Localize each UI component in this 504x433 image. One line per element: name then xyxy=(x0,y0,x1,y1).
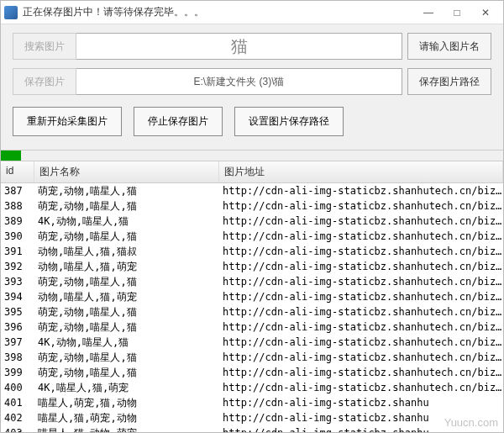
cell-id: 399 xyxy=(1,365,34,380)
save-path-button[interactable]: 保存图片路径 xyxy=(407,68,491,95)
cell-url: http://cdn-ali-img-staticbz.shanhutech.c… xyxy=(219,214,503,229)
cell-id: 403 xyxy=(1,425,34,432)
table-row[interactable]: 395萌宠,动物,喵星人,猫http://cdn-ali-img-staticb… xyxy=(1,304,503,319)
cell-name: 萌宠,动物,喵星人,猫 xyxy=(34,365,219,380)
cell-id: 393 xyxy=(1,274,34,289)
cell-url: http://cdn-ali-img-staticbz.shanhutech.c… xyxy=(219,274,503,289)
cell-url: http://cdn-ali-img-staticbz.shanhutech.c… xyxy=(219,335,503,350)
cell-id: 395 xyxy=(1,304,34,319)
cell-url: http://cdn-ali-img-staticbz.shanhutech.c… xyxy=(219,259,503,274)
cell-name: 动物,喵星人,猫,萌宠 xyxy=(34,289,219,304)
cell-id: 397 xyxy=(1,335,34,350)
window-controls: — □ ✕ xyxy=(414,3,500,22)
col-url[interactable]: 图片地址 xyxy=(219,161,503,182)
cell-url: http://cdn-ali-img-staticbz.shanhu xyxy=(219,425,503,432)
table-header: id 图片名称 图片地址 xyxy=(1,161,503,183)
col-id[interactable]: id xyxy=(1,161,34,182)
cell-name: 喵星人,猫,萌宠,动物 xyxy=(34,410,219,425)
cell-url: http://cdn-ali-img-staticbz.shanhutech.c… xyxy=(219,350,503,365)
cell-name: 4K,动物,喵星人,猫 xyxy=(34,335,219,350)
cell-url: http://cdn-ali-img-staticbz.shanhutech.c… xyxy=(219,244,503,259)
cell-name: 萌宠,动物,喵星人,猫 xyxy=(34,274,219,289)
results-table: id 图片名称 图片地址 387萌宠,动物,喵星人,猫http://cdn-al… xyxy=(1,161,503,432)
stop-save-button[interactable]: 停止保存图片 xyxy=(134,107,223,136)
cell-url: http://cdn-ali-img-staticbz.shanhutech.c… xyxy=(219,289,503,304)
table-row[interactable]: 403喵星人,猫,动物,萌宠http://cdn-ali-img-staticb… xyxy=(1,425,503,432)
minimize-button[interactable]: — xyxy=(414,3,443,22)
cell-name: 萌宠,动物,喵星人,猫 xyxy=(34,319,219,335)
search-image-button[interactable]: 搜索图片 xyxy=(13,33,76,60)
cell-url: http://cdn-ali-img-staticbz.shanhutech.c… xyxy=(219,365,503,380)
table-row[interactable]: 3974K,动物,喵星人,猫http://cdn-ali-img-staticb… xyxy=(1,335,503,350)
cell-id: 396 xyxy=(1,319,34,335)
search-input[interactable]: 猫 xyxy=(76,33,402,60)
restart-collect-button[interactable]: 重新开始采集图片 xyxy=(13,107,122,136)
table-row[interactable]: 3894K,动物,喵星人,猫http://cdn-ali-img-staticb… xyxy=(1,214,503,229)
cell-url: http://cdn-ali-img-staticbz.shanhutech.c… xyxy=(219,229,503,244)
cell-url: http://cdn-ali-img-staticbz.shanhutech.c… xyxy=(219,319,503,335)
save-image-button[interactable]: 保存图片 xyxy=(13,68,76,95)
table-row[interactable]: 396萌宠,动物,喵星人,猫http://cdn-ali-img-staticb… xyxy=(1,319,503,335)
table-row[interactable]: 390萌宠,动物,喵星人,猫http://cdn-ali-img-staticb… xyxy=(1,229,503,244)
cell-url: http://cdn-ali-img-staticbz.shanhutech.c… xyxy=(219,380,503,395)
table-row[interactable]: 399萌宠,动物,喵星人,猫http://cdn-ali-img-staticb… xyxy=(1,365,503,380)
path-input[interactable]: E:\新建文件夹 (3)\猫 xyxy=(76,68,402,95)
cell-id: 394 xyxy=(1,289,34,304)
table-row[interactable]: 387萌宠,动物,喵星人,猫http://cdn-ali-img-staticb… xyxy=(1,183,503,198)
cell-url: http://cdn-ali-img-staticbz.shanhu xyxy=(219,395,503,410)
maximize-button[interactable]: □ xyxy=(443,3,471,22)
cell-id: 392 xyxy=(1,259,34,274)
cell-name: 萌宠,动物,喵星人,猫 xyxy=(34,304,219,319)
cell-id: 388 xyxy=(1,198,34,214)
cell-name: 萌宠,动物,喵星人,猫 xyxy=(34,183,219,198)
toolbar: 搜索图片 猫 请输入图片名 保存图片 E:\新建文件夹 (3)\猫 保存图片路径… xyxy=(1,24,503,150)
cell-id: 390 xyxy=(1,229,34,244)
set-save-path-button[interactable]: 设置图片保存路径 xyxy=(234,107,344,136)
table-row[interactable]: 392动物,喵星人,猫,萌宠http://cdn-ali-img-staticb… xyxy=(1,259,503,274)
table-row[interactable]: 402喵星人,猫,萌宠,动物http://cdn-ali-img-staticb… xyxy=(1,410,503,425)
progress-fill xyxy=(1,150,21,161)
table-body[interactable]: 387萌宠,动物,喵星人,猫http://cdn-ali-img-staticb… xyxy=(1,183,503,432)
input-name-button[interactable]: 请输入图片名 xyxy=(407,33,491,60)
cell-url: http://cdn-ali-img-staticbz.shanhu xyxy=(219,410,503,425)
cell-id: 398 xyxy=(1,350,34,365)
cell-name: 萌宠,动物,喵星人,猫 xyxy=(34,350,219,365)
cell-id: 400 xyxy=(1,380,34,395)
cell-name: 动物,喵星人,猫,猫叔 xyxy=(34,244,219,259)
cell-name: 4K,喵星人,猫,萌宠 xyxy=(34,380,219,395)
table-row[interactable]: 391动物,喵星人,猫,猫叔http://cdn-ali-img-staticb… xyxy=(1,244,503,259)
cell-id: 401 xyxy=(1,395,34,410)
progress-bar xyxy=(1,150,503,161)
table-row[interactable]: 401喵星人,萌宠,猫,动物http://cdn-ali-img-staticb… xyxy=(1,395,503,410)
table-row[interactable]: 4004K,喵星人,猫,萌宠http://cdn-ali-img-staticb… xyxy=(1,380,503,395)
cell-id: 402 xyxy=(1,410,34,425)
cell-name: 喵星人,萌宠,猫,动物 xyxy=(34,395,219,410)
cell-name: 喵星人,猫,动物,萌宠 xyxy=(34,425,219,432)
col-name[interactable]: 图片名称 xyxy=(34,161,219,182)
app-window: 正在保存图片中！请等待保存完毕。。。 — □ ✕ 搜索图片 猫 请输入图片名 保… xyxy=(0,0,504,433)
cell-id: 391 xyxy=(1,244,34,259)
cell-name: 动物,喵星人,猫,萌宠 xyxy=(34,259,219,274)
close-button[interactable]: ✕ xyxy=(471,3,500,22)
cell-name: 萌宠,动物,喵星人,猫 xyxy=(34,229,219,244)
cell-url: http://cdn-ali-img-staticbz.shanhutech.c… xyxy=(219,304,503,319)
table-row[interactable]: 394动物,喵星人,猫,萌宠http://cdn-ali-img-staticb… xyxy=(1,289,503,304)
table-row[interactable]: 393萌宠,动物,喵星人,猫http://cdn-ali-img-staticb… xyxy=(1,274,503,289)
cell-id: 389 xyxy=(1,214,34,229)
app-icon xyxy=(4,6,18,19)
cell-name: 4K,动物,喵星人,猫 xyxy=(34,214,219,229)
table-row[interactable]: 388萌宠,动物,喵星人,猫http://cdn-ali-img-staticb… xyxy=(1,198,503,214)
cell-name: 萌宠,动物,喵星人,猫 xyxy=(34,198,219,214)
table-row[interactable]: 398萌宠,动物,喵星人,猫http://cdn-ali-img-staticb… xyxy=(1,350,503,365)
cell-url: http://cdn-ali-img-staticbz.shanhutech.c… xyxy=(219,183,503,198)
cell-url: http://cdn-ali-img-staticbz.shanhutech.c… xyxy=(219,198,503,214)
window-title: 正在保存图片中！请等待保存完毕。。。 xyxy=(23,5,414,19)
titlebar: 正在保存图片中！请等待保存完毕。。。 — □ ✕ xyxy=(1,1,503,24)
cell-id: 387 xyxy=(1,183,34,198)
